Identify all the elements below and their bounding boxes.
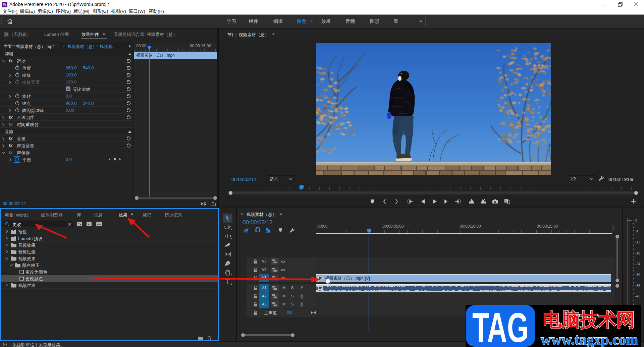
svg-text:32: 32 [88,223,91,226]
svg-text:YUV: YUV [97,223,102,226]
svg-text:电脑技术网: 电脑技术网 [543,309,635,330]
svg-text:TAG: TAG [472,305,529,347]
svg-text:www.tagxp.com: www.tagxp.com [541,331,638,347]
